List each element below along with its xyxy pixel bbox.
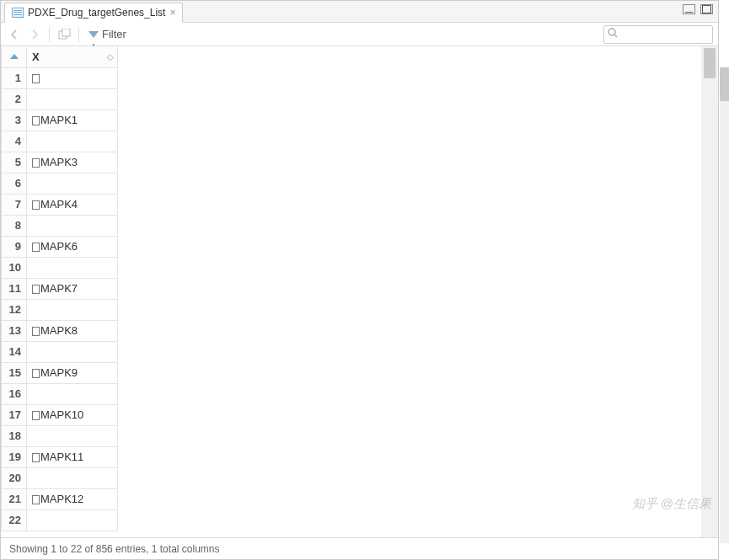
cell-X[interactable]: MAPK9 [27,362,118,383]
tofu-icon [32,285,40,294]
table-row[interactable]: 6 [2,173,118,194]
table-row[interactable]: 2 [2,88,118,109]
table-row[interactable]: 20 [2,467,118,488]
table-row[interactable]: 15MAPK9 [2,362,118,383]
cell-X[interactable] [27,299,118,320]
table-row[interactable]: 4 [2,131,118,152]
side-scroll-thumb[interactable] [720,67,729,101]
row-number: 11 [2,278,27,299]
table-icon [12,8,24,18]
search-input[interactable] [621,28,709,41]
row-number: 20 [2,467,27,488]
row-number: 10 [2,257,27,278]
row-number: 4 [2,131,27,152]
row-number: 13 [2,320,27,341]
status-bar: Showing 1 to 22 of 856 entries, 1 total … [1,537,718,559]
side-scrollbar[interactable] [720,67,729,543]
cell-X[interactable] [27,509,118,531]
table-viewport: X ◇ 123MAPK145MAPK367MAPK489MAPK61011MAP… [1,46,718,537]
sort-handle-icon[interactable]: ◇ [107,52,114,61]
maximize-button[interactable] [700,4,713,14]
filter-button[interactable]: Filter [85,25,130,44]
vertical-scrollbar[interactable] [701,46,718,537]
row-number: 3 [2,109,27,131]
tofu-icon [32,453,40,462]
table-row[interactable]: 11MAPK7 [2,278,118,299]
row-number: 8 [2,215,27,236]
table-row[interactable]: 14 [2,341,118,362]
sort-asc-icon [10,54,19,59]
row-number: 9 [2,236,27,257]
cell-X[interactable] [27,425,118,446]
row-number: 1 [2,67,27,88]
scroll-thumb[interactable] [704,48,716,78]
cell-X[interactable]: MAPK4 [27,194,118,215]
cell-X[interactable]: MAPK6 [27,236,118,257]
minimize-button[interactable] [683,4,695,14]
popout-button[interactable] [56,26,72,43]
table-row[interactable]: 22 [2,509,118,531]
cell-X[interactable]: MAPK10 [27,404,118,425]
table-row[interactable]: 17MAPK10 [2,404,118,425]
row-number: 7 [2,194,27,215]
tofu-icon [32,495,40,504]
cell-X[interactable]: MAPK7 [27,278,118,299]
side-scroll-strip [719,0,729,560]
row-number: 5 [2,152,27,173]
tab-active[interactable]: PDXE_Drug_targetGenes_List × [4,3,183,23]
tab-title: PDXE_Drug_targetGenes_List [28,7,165,19]
tofu-icon [32,327,40,336]
window-controls [683,4,713,14]
table-row[interactable]: 10 [2,257,118,278]
nav-forward-button[interactable] [26,26,43,43]
table-row[interactable]: 18 [2,425,118,446]
nav-back-button[interactable] [6,26,23,43]
table-row[interactable]: 8 [2,215,118,236]
tofu-icon [32,411,40,420]
svg-line-3 [614,35,617,37]
table-row[interactable]: 5MAPK3 [2,152,118,173]
cell-X[interactable]: MAPK12 [27,488,118,509]
filter-label: Filter [102,28,126,40]
cell-X[interactable] [27,173,118,194]
table-row[interactable]: 7MAPK4 [2,194,118,215]
search-box[interactable] [603,25,713,44]
cell-X[interactable] [27,215,118,236]
svg-point-2 [608,29,615,35]
table-row[interactable]: 21MAPK12 [2,488,118,509]
cell-X[interactable] [27,88,118,109]
tofu-icon [32,243,40,252]
row-number-header[interactable] [2,46,27,67]
cell-X[interactable] [27,67,118,88]
tofu-icon [32,369,40,378]
cell-X[interactable] [27,257,118,278]
cell-X[interactable]: MAPK11 [27,446,118,467]
column-header-X[interactable]: X ◇ [27,46,118,67]
row-number: 17 [2,404,27,425]
cell-X[interactable]: MAPK8 [27,320,118,341]
cell-X[interactable] [27,341,118,362]
filter-icon [88,31,99,38]
tofu-icon [32,200,40,210]
tab-close-icon[interactable]: × [169,7,175,19]
row-number: 2 [2,88,27,109]
cell-X[interactable] [27,383,118,404]
table-row[interactable]: 19MAPK11 [2,446,118,467]
tofu-icon [32,158,40,168]
data-table: X ◇ 123MAPK145MAPK367MAPK489MAPK61011MAP… [1,46,118,531]
table-row[interactable]: 1 [2,67,118,88]
column-label: X [32,51,40,63]
table-row[interactable]: 13MAPK8 [2,320,118,341]
row-number: 14 [2,341,27,362]
search-icon [608,28,618,40]
table-row[interactable]: 3MAPK1 [2,109,118,131]
table-row[interactable]: 9MAPK6 [2,236,118,257]
svg-rect-1 [62,29,70,36]
row-number: 22 [2,509,27,531]
table-row[interactable]: 16 [2,383,118,404]
cell-X[interactable]: MAPK3 [27,152,118,173]
table-row[interactable]: 12 [2,299,118,320]
cell-X[interactable] [27,467,118,488]
cell-X[interactable]: MAPK1 [27,109,118,131]
cell-X[interactable] [27,131,118,152]
